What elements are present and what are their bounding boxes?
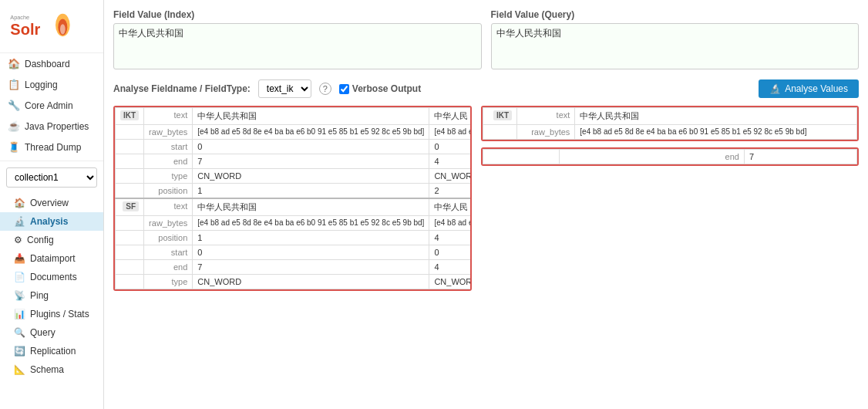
label: Replication (30, 346, 76, 357)
collection-select[interactable]: collection1 (6, 167, 97, 188)
overview-icon: 🏠 (14, 198, 25, 208)
row-label: end (144, 260, 193, 275)
main-content: Field Value (Index) 中华人民共和国 Field Value … (104, 0, 868, 409)
row-label: position (144, 231, 193, 245)
analyse-toolbar: Analyse Fieldname / FieldType: text_ik ?… (113, 79, 859, 98)
cell-value: 7 (193, 154, 429, 169)
cell-value: [e4 b8 ad e5 8d 8e e4 ba ba e6 b0 91] (429, 125, 472, 140)
label: Analysis (30, 216, 68, 227)
ping-icon: 📡 (14, 290, 25, 301)
sidebar-item-dashboard[interactable]: 🏠 Dashboard (0, 53, 103, 74)
sidebar-item-config[interactable]: ⚙ Config (0, 231, 103, 249)
cell-value: 中华人民共和国 (193, 198, 429, 216)
sidebar-item-overview[interactable]: 🏠 Overview (0, 194, 103, 212)
query-icon: 🔍 (14, 327, 25, 338)
sidebar-item-label: Java Properties (25, 121, 89, 132)
label: Overview (30, 198, 69, 208)
field-value-index-label: Field Value (Index) (113, 9, 482, 20)
results-left: IKT text 中华人民共和国 中华人民 中华 华人 人民共和国 raw_by… (113, 106, 472, 291)
logo: Apache Solr (0, 0, 103, 53)
table-row: end 7 (483, 150, 857, 164)
table-row: raw_bytes [e4 b8 ad e5 8d 8e e4 ba ba e6… (116, 125, 473, 140)
cell-value: [e4 b8 ad e5 8d 8e e4 ba ba e6 b0 91 e5 … (193, 216, 429, 231)
sidebar-item-analysis[interactable]: 🔬 Analysis (0, 212, 103, 231)
field-value-query-label: Field Value (Query) (491, 9, 860, 20)
cell-value: 中华人民共和国 (193, 108, 429, 125)
sidebar-item-ping[interactable]: 📡 Ping (0, 286, 103, 305)
row-label: type (144, 275, 193, 289)
analyse-btn-icon: 🔬 (769, 83, 781, 94)
row-label: raw_bytes (144, 216, 193, 231)
fieldtype-select[interactable]: text_ik (258, 79, 311, 98)
svg-text:Apache: Apache (10, 14, 29, 21)
help-icon[interactable]: ? (319, 83, 331, 95)
field-value-index-input[interactable]: 中华人民共和国 (113, 23, 482, 69)
section-badge: IKT (116, 108, 144, 125)
table-row: start 0 0 0 1 2 (116, 140, 473, 154)
cell-value: 0 (193, 140, 429, 154)
cell-value: CN_WORD (429, 169, 472, 184)
sidebar-item-logging[interactable]: 📋 Logging (0, 74, 103, 95)
label: Config (27, 235, 54, 245)
analysis-icon: 🔬 (14, 216, 25, 227)
label: Ping (30, 290, 49, 301)
core-admin-icon: 🔧 (8, 100, 20, 111)
cell-value: 4 (429, 154, 472, 169)
sidebar-item-label: Dashboard (25, 59, 70, 69)
cell-value: 4 (429, 260, 472, 275)
row-label: type (144, 169, 193, 184)
cell-value: 2 (429, 184, 472, 199)
sidebar-item-thread-dump[interactable]: 🧵 Thread Dump (0, 137, 103, 157)
label: Dataimport (30, 253, 76, 264)
plugins-icon: 📊 (14, 309, 25, 319)
row-label: end (560, 150, 745, 164)
sidebar-item-java-properties[interactable]: ☕ Java Properties (0, 116, 103, 137)
analyse-values-button[interactable]: 🔬 Analyse Values (759, 79, 859, 98)
row-label: raw_bytes (517, 125, 575, 140)
table-row: end 7 4 2 3 7 (116, 154, 473, 169)
cell-value: 0 (429, 245, 472, 260)
results-table-right-bottom: end 7 (483, 149, 857, 164)
sidebar-item-label: Logging (25, 79, 58, 90)
verbose-output-checkbox[interactable] (339, 84, 349, 94)
field-value-query-input[interactable]: 中华人民共和国 (491, 23, 860, 69)
field-inputs-row: Field Value (Index) 中华人民共和国 Field Value … (113, 9, 859, 72)
sidebar-item-dataimport[interactable]: 📥 Dataimport (0, 249, 103, 268)
main-nav: 🏠 Dashboard 📋 Logging 🔧 Core Admin ☕ Jav… (0, 53, 103, 161)
sidebar-item-replication[interactable]: 🔄 Replication (0, 342, 103, 360)
section-badge: IKT (483, 108, 517, 125)
table-row: type CN_WORD CN_WORD CN_WORD CN_WORD CN_… (116, 169, 473, 184)
sidebar-item-schema[interactable]: 📐 Schema (0, 360, 103, 379)
cell-value: 7 (744, 150, 856, 164)
row-label: start (144, 245, 193, 260)
sidebar-item-documents[interactable]: 📄 Documents (0, 268, 103, 286)
sidebar-item-core-admin[interactable]: 🔧 Core Admin (0, 95, 103, 116)
thread-dump-icon: 🧵 (8, 141, 20, 153)
results-table-right-top: IKT text 中华人民共和国 raw_bytes [e4 b8 ad e5 … (483, 107, 857, 140)
table-row: start 0 0 0 1 2 (116, 245, 473, 260)
results-wrapper: IKT text 中华人民共和国 中华人民 中华 华人 人民共和国 raw_by… (113, 106, 859, 291)
svg-point-4 (60, 24, 66, 34)
results-right-top: IKT text 中华人民共和国 raw_bytes [e4 b8 ad e5 … (481, 106, 859, 141)
label: Plugins / Stats (30, 309, 89, 319)
row-label: start (144, 140, 193, 154)
row-label: text (144, 198, 193, 216)
table-row: SF text 中华人民共和国 中华人民 中华 华人 人民共和国 (116, 198, 473, 216)
table-row: raw_bytes [e4 b8 ad e5 8d 8e e4 ba ba e6… (116, 216, 473, 231)
dashboard-icon: 🏠 (8, 58, 20, 69)
logging-icon: 📋 (8, 79, 20, 90)
verbose-output-text: Verbose Output (352, 83, 421, 94)
cell-value: CN_WORD (429, 275, 472, 289)
table-row: IKT text 中华人民共和国 (483, 108, 857, 125)
sidebar-item-label: Core Admin (25, 100, 73, 111)
results-right: IKT text 中华人民共和国 raw_bytes [e4 b8 ad e5 … (481, 106, 859, 291)
results-right-bottom: end 7 (481, 147, 859, 166)
collection-nav: 🏠 Overview 🔬 Analysis ⚙ Config 📥 Dataimp… (0, 194, 103, 379)
config-icon: ⚙ (14, 235, 22, 245)
row-label: end (144, 154, 193, 169)
cell-value: 7 (193, 260, 429, 275)
sidebar: Apache Solr 🏠 Dashboard 📋 Logging 🔧 Core… (0, 0, 104, 409)
sidebar-item-query[interactable]: 🔍 Query (0, 323, 103, 342)
sidebar-item-plugins-stats[interactable]: 📊 Plugins / Stats (0, 305, 103, 323)
table-row: position 1 4 4 5 5 (116, 231, 473, 245)
